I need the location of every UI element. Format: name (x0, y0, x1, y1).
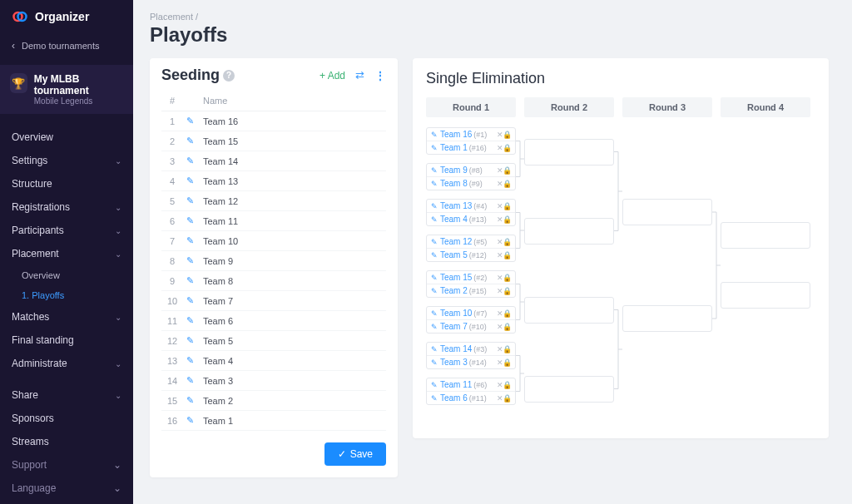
seed-team-name[interactable]: Team 5 (200, 331, 386, 351)
match[interactable]: ✎ Team 16 (#1) ✕🔒 ✎ Team 1 (#16) ✕🔒 (426, 127, 516, 155)
team-link[interactable]: Team 4 (440, 215, 468, 224)
team-link[interactable]: Team 15 (440, 273, 472, 282)
seed-team-name[interactable]: Team 7 (200, 291, 386, 311)
round-header[interactable]: Round 1 (426, 97, 516, 117)
support-link[interactable]: Support⌄ (0, 453, 133, 477)
team-link[interactable]: Team 5 (440, 250, 468, 259)
save-button[interactable]: ✓ Save (324, 442, 386, 466)
edit-icon[interactable]: ✎ (186, 355, 194, 365)
tournament-card[interactable]: 🏆 My MLBB tournament Mobile Legends (0, 65, 133, 114)
seed-team-name[interactable]: Team 15 (200, 131, 386, 151)
brand[interactable]: Organizer (0, 0, 133, 33)
round-header[interactable]: Round 2 (524, 97, 614, 117)
edit-icon[interactable]: ✎ (186, 156, 194, 166)
edit-icon[interactable]: ✎ (431, 251, 438, 259)
slot-actions-icon[interactable]: ✕🔒 (497, 287, 511, 295)
nav-placement-overview[interactable]: Overview (0, 265, 133, 285)
edit-icon[interactable]: ✎ (186, 315, 194, 325)
seed-team-name[interactable]: Team 2 (200, 391, 386, 411)
match-empty[interactable] (524, 218, 614, 245)
slot-actions-icon[interactable]: ✕🔒 (497, 323, 511, 331)
team-link[interactable]: Team 10 (440, 309, 472, 318)
match-empty[interactable] (721, 282, 810, 309)
nav-placement-playoffs[interactable]: 1. Playoffs (0, 285, 133, 305)
edit-icon[interactable]: ✎ (431, 358, 438, 367)
add-button[interactable]: + Add (320, 70, 345, 82)
nav-final-standing[interactable]: Final standing (0, 329, 133, 352)
team-link[interactable]: Team 1 (440, 143, 468, 152)
edit-icon[interactable]: ✎ (186, 116, 194, 126)
seed-team-name[interactable]: Team 8 (200, 271, 386, 291)
slot-actions-icon[interactable]: ✕🔒 (497, 144, 511, 152)
edit-icon[interactable]: ✎ (186, 215, 194, 225)
edit-icon[interactable]: ✎ (186, 136, 194, 146)
edit-icon[interactable]: ✎ (431, 238, 438, 246)
slot-actions-icon[interactable]: ✕🔒 (497, 358, 511, 367)
round-header[interactable]: Round 3 (622, 97, 712, 117)
nav-overview[interactable]: Overview (0, 126, 133, 149)
match-empty[interactable] (721, 222, 810, 249)
match-empty[interactable] (524, 376, 614, 403)
seed-team-name[interactable]: Team 4 (200, 351, 386, 371)
slot-actions-icon[interactable]: ✕🔒 (497, 215, 511, 224)
seed-team-name[interactable]: Team 9 (200, 251, 386, 271)
team-link[interactable]: Team 16 (440, 130, 472, 139)
nav-sponsors[interactable]: Sponsors (0, 407, 133, 430)
match-empty[interactable] (524, 297, 614, 324)
team-link[interactable]: Team 11 (440, 380, 472, 389)
slot-actions-icon[interactable]: ✕🔒 (497, 345, 511, 353)
edit-icon[interactable]: ✎ (431, 180, 438, 188)
breadcrumb[interactable]: Placement / (150, 12, 835, 22)
nav-administrate[interactable]: Administrate⌄ (0, 352, 133, 375)
seed-team-name[interactable]: Team 11 (200, 211, 386, 231)
back-to-tournaments[interactable]: ‹ Demo tournaments (0, 33, 133, 58)
slot-actions-icon[interactable]: ✕🔒 (497, 394, 511, 403)
edit-icon[interactable]: ✎ (431, 394, 438, 403)
slot-actions-icon[interactable]: ✕🔒 (497, 274, 511, 282)
edit-icon[interactable]: ✎ (186, 175, 194, 185)
match-empty[interactable] (524, 139, 614, 166)
team-link[interactable]: Team 6 (440, 393, 468, 403)
team-link[interactable]: Team 2 (440, 286, 468, 295)
nav-structure[interactable]: Structure (0, 172, 133, 195)
edit-icon[interactable]: ✎ (431, 381, 438, 389)
edit-icon[interactable]: ✎ (431, 215, 438, 224)
nav-participants[interactable]: Participants⌄ (0, 219, 133, 242)
nav-settings[interactable]: Settings⌄ (0, 149, 133, 172)
edit-icon[interactable]: ✎ (431, 202, 438, 210)
seed-team-name[interactable]: Team 3 (200, 371, 386, 391)
match[interactable]: ✎ Team 14 (#3) ✕🔒 ✎ Team 3 (#14) ✕🔒 (426, 342, 516, 369)
slot-actions-icon[interactable]: ✕🔒 (497, 166, 511, 175)
round-header[interactable]: Round 4 (721, 97, 810, 117)
slot-actions-icon[interactable]: ✕🔒 (497, 309, 511, 318)
team-link[interactable]: Team 7 (440, 322, 468, 331)
edit-icon[interactable]: ✎ (431, 309, 438, 318)
edit-icon[interactable]: ✎ (186, 235, 194, 245)
edit-icon[interactable]: ✎ (431, 345, 438, 353)
nav-registrations[interactable]: Registrations⌄ (0, 195, 133, 219)
edit-icon[interactable]: ✎ (186, 275, 194, 285)
nav-share[interactable]: Share⌄ (0, 383, 133, 407)
shuffle-icon[interactable]: ⇄ (355, 69, 364, 82)
team-link[interactable]: Team 9 (440, 166, 468, 175)
edit-icon[interactable]: ✎ (186, 255, 194, 265)
slot-actions-icon[interactable]: ✕🔒 (497, 251, 511, 259)
nav-placement[interactable]: Placement⌄ (0, 242, 133, 265)
seed-team-name[interactable]: Team 1 (200, 411, 386, 431)
seed-team-name[interactable]: Team 16 (200, 111, 386, 131)
seed-team-name[interactable]: Team 14 (200, 151, 386, 171)
match[interactable]: ✎ Team 10 (#7) ✕🔒 ✎ Team 7 (#10) ✕🔒 (426, 306, 516, 334)
seed-team-name[interactable]: Team 10 (200, 231, 386, 251)
edit-icon[interactable]: ✎ (431, 323, 438, 331)
match[interactable]: ✎ Team 13 (#4) ✕🔒 ✎ Team 4 (#13) ✕🔒 (426, 199, 516, 226)
match[interactable]: ✎ Team 12 (#5) ✕🔒 ✎ Team 5 (#12) ✕🔒 (426, 235, 516, 262)
team-link[interactable]: Team 3 (440, 358, 468, 367)
match-empty[interactable] (622, 199, 712, 225)
more-menu-icon[interactable]: ⋮ (374, 69, 386, 82)
nav-matches[interactable]: Matches⌄ (0, 305, 133, 329)
edit-icon[interactable]: ✎ (431, 166, 438, 175)
slot-actions-icon[interactable]: ✕🔒 (497, 202, 511, 210)
team-link[interactable]: Team 12 (440, 237, 472, 246)
match[interactable]: ✎ Team 9 (#8) ✕🔒 ✎ Team 8 (#9) ✕🔒 (426, 163, 516, 190)
admin-user[interactable]: 👤 Demo admin (0, 500, 133, 504)
